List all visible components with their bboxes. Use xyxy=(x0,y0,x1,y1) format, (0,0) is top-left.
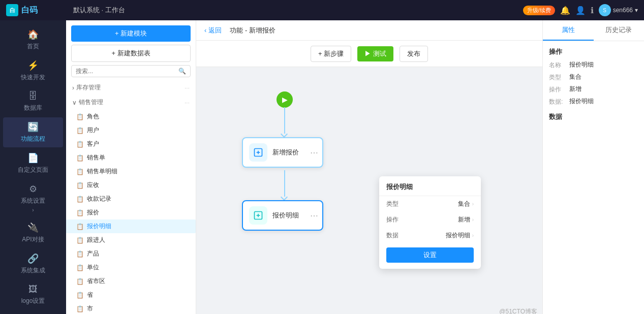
chevron-down-icon: ▾ xyxy=(635,7,638,14)
item-more-icon[interactable]: ··· xyxy=(185,168,190,175)
item-sort-icon[interactable]: ⠿ xyxy=(178,127,182,134)
test-button[interactable]: ▶ 测试 xyxy=(357,46,393,61)
list-item-customer[interactable]: 📋客户 ⠿··· xyxy=(66,137,196,151)
user-icon[interactable]: 👤 xyxy=(575,6,586,15)
item-more-icon[interactable]: ··· xyxy=(185,127,190,134)
list-item-role[interactable]: 📋角色 ⠿··· xyxy=(66,110,196,123)
popup-settings-button[interactable]: 设置 xyxy=(386,247,474,263)
list-item-salesdetail[interactable]: 📋销售单明细 ⠿··· xyxy=(66,165,196,178)
sidebar-item-label: 数据库 xyxy=(24,104,42,112)
item-more-icon[interactable]: ··· xyxy=(185,196,190,203)
item-more-icon[interactable]: ··· xyxy=(185,264,190,271)
list-item-receivable[interactable]: 📋应收 ⠿··· xyxy=(66,178,196,192)
sidebar-item-rapid[interactable]: ⚡ 快速开发 xyxy=(3,56,63,86)
list-item-unit[interactable]: 📋单位 ⠿··· xyxy=(66,261,196,274)
item-sort-icon[interactable]: ⠿ xyxy=(178,305,182,312)
prop-value-name: 报价明细 xyxy=(569,60,594,69)
group-header-sales[interactable]: ∨ 销售管理 ··· xyxy=(66,95,196,110)
list-item-quote[interactable]: 📋报价 ⠿··· xyxy=(66,206,196,219)
popup-label-action: 操作 xyxy=(386,215,398,224)
sidebar-item-home[interactable]: 🏠 首页 xyxy=(3,25,63,55)
sidebar-item-integration[interactable]: 🔗 系统集成 xyxy=(3,249,63,279)
sidebar-bottom: 💬 白码社区 反馈 · 学习 · 交流 xyxy=(0,310,66,314)
list-item-salesorder[interactable]: 📋销售单 ⠿··· xyxy=(66,151,196,165)
item-sort-icon[interactable]: ⠿ xyxy=(178,196,182,203)
item-more-icon[interactable]: ··· xyxy=(185,305,190,312)
workflow-node-2[interactable]: 报价明细 ⋯ xyxy=(242,200,323,231)
new-module-button[interactable]: + 新建模块 xyxy=(71,25,191,42)
logo: 白 白码 xyxy=(6,4,67,16)
prop-section-title: 操作 xyxy=(549,47,638,56)
start-icon: ▶ xyxy=(282,96,288,104)
popup-row-type[interactable]: 类型 集合 › xyxy=(379,196,481,212)
search-input[interactable] xyxy=(76,68,178,75)
item-more-icon[interactable]: ··· xyxy=(185,113,190,120)
bell-icon[interactable]: 🔔 xyxy=(560,6,570,15)
breadcrumb-back[interactable]: ‹ 返回 xyxy=(204,26,222,35)
item-sort-icon[interactable]: ⠿ xyxy=(178,264,182,271)
item-more-icon[interactable]: ··· xyxy=(185,223,190,230)
sidebar-item-workflow[interactable]: 🔄 功能流程 xyxy=(3,117,63,147)
start-node[interactable]: ▶ xyxy=(277,91,293,108)
custom-icon: 📄 xyxy=(27,152,39,164)
list-item-province[interactable]: 📋省 ⠿··· xyxy=(66,288,196,302)
back-label: 返回 xyxy=(208,26,222,35)
prop-label-data: 数据: xyxy=(549,97,567,106)
popup-row-data[interactable]: 数据 报价明细 › xyxy=(379,228,481,243)
right-panel-tabs: 属性 历史记录 xyxy=(543,20,644,41)
right-panel-content: 操作 名称 报价明细 类型 集合 操作 新增 数据: 报价明细 数据 xyxy=(543,41,644,314)
item-more-icon[interactable]: ··· xyxy=(185,182,190,189)
user-menu[interactable]: S sen666 ▾ xyxy=(599,4,638,16)
item-more-icon[interactable]: ··· xyxy=(185,250,190,258)
item-more-icon[interactable]: ··· xyxy=(185,292,190,299)
database-icon: 🗄 xyxy=(28,91,38,102)
arrow-2 xyxy=(281,194,288,201)
popup-row-action[interactable]: 操作 新增 › xyxy=(379,212,481,228)
logo-text: 白码 xyxy=(21,5,38,16)
sidebar-item-api[interactable]: 🔌 API对接 xyxy=(3,218,63,248)
item-sort-icon[interactable]: ⠿ xyxy=(178,237,182,244)
node1-more-icon[interactable]: ⋯ xyxy=(310,148,318,158)
list-item-user[interactable]: 📋用户 ⠿··· xyxy=(66,123,196,137)
sidebar-item-custom[interactable]: 📄 自定义页面 xyxy=(3,148,63,178)
tab-history[interactable]: 历史记录 xyxy=(594,20,645,41)
workflow-node-1[interactable]: 新增报价 ⋯ xyxy=(242,137,323,168)
info-icon[interactable]: ℹ xyxy=(591,6,594,15)
group-header-inventory[interactable]: › 库存管理 ··· xyxy=(66,80,196,95)
item-more-icon[interactable]: ··· xyxy=(185,154,190,162)
item-sort-icon[interactable]: ⠿ xyxy=(178,292,182,299)
sidebar-item-database[interactable]: 🗄 数据库 xyxy=(3,87,63,116)
list-item-city[interactable]: 📋市 ⠿··· xyxy=(66,302,196,314)
item-more-icon[interactable]: ··· xyxy=(185,209,190,216)
item-sort-icon[interactable]: ⠿ xyxy=(178,168,182,175)
item-sort-icon[interactable]: ⠿ xyxy=(178,209,182,216)
sidebar-item-logo[interactable]: 🖼 logo设置 xyxy=(3,280,63,309)
item-more-icon[interactable]: ··· xyxy=(185,278,190,285)
topbar: 白 白码 默认系统 · 工作台 升级/续费 🔔 👤 ℹ S sen666 ▾ xyxy=(0,0,644,20)
list-item-payment[interactable]: 📋收款记录 ⠿··· xyxy=(66,192,196,206)
item-more-icon[interactable]: ··· xyxy=(185,141,190,148)
list-item-product[interactable]: 📋产品 ⠿··· xyxy=(66,247,196,261)
item-sort-icon[interactable]: ⠿ xyxy=(178,154,182,162)
avatar: S xyxy=(599,4,611,16)
upgrade-badge[interactable]: 升级/续费 xyxy=(523,6,555,15)
sidebar-item-settings[interactable]: ⚙ 系统设置 › xyxy=(3,179,63,217)
list-item-region[interactable]: 📋省市区 ⠿··· xyxy=(66,274,196,288)
item-more-icon[interactable]: ··· xyxy=(185,237,190,244)
list-item-quotedetail[interactable]: 📋报价明细 ⠿··· xyxy=(66,219,196,233)
node2-more-icon[interactable]: ⋯ xyxy=(310,211,318,221)
item-sort-icon[interactable]: ⠿ xyxy=(178,223,182,230)
chevron-down-icon: ∨ xyxy=(72,99,77,106)
new-table-button[interactable]: + 新建数据表 xyxy=(71,45,191,62)
prop-row-type: 类型 集合 xyxy=(549,73,638,82)
item-sort-icon[interactable]: ⠿ xyxy=(178,113,182,120)
item-sort-icon[interactable]: ⠿ xyxy=(178,278,182,285)
item-sort-icon[interactable]: ⠿ xyxy=(178,250,182,258)
popup-title: 报价明细 xyxy=(379,182,481,196)
add-step-button[interactable]: + 新步骤 xyxy=(311,46,351,62)
item-sort-icon[interactable]: ⠿ xyxy=(178,141,182,148)
list-item-follower[interactable]: 📋跟进人 ⠿··· xyxy=(66,233,196,247)
publish-button[interactable]: 发布 xyxy=(400,46,428,62)
item-sort-icon[interactable]: ⠿ xyxy=(178,182,182,189)
tab-attributes[interactable]: 属性 xyxy=(543,20,594,41)
